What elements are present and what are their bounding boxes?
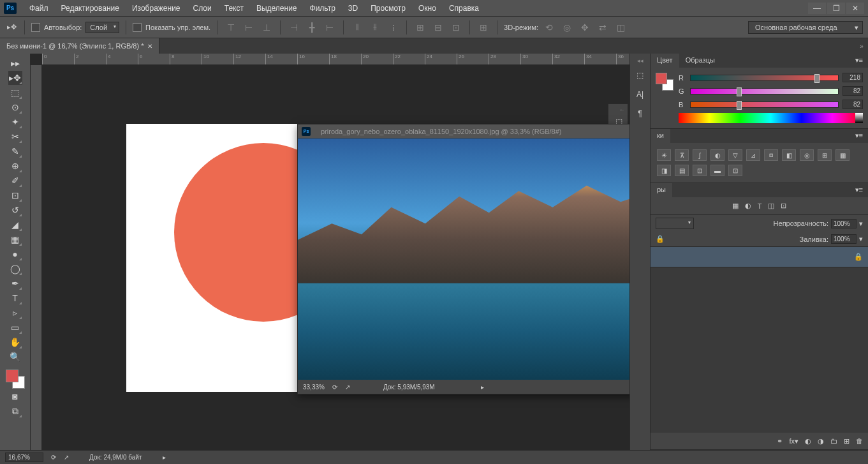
paragraph-panel-icon[interactable]: ¶ bbox=[633, 106, 648, 121]
color-swatches[interactable] bbox=[6, 370, 25, 389]
tab-close-icon[interactable]: ✕ bbox=[147, 43, 152, 50]
crop-tool[interactable]: ✂ bbox=[8, 130, 22, 144]
color-lookup-icon[interactable]: ▦ bbox=[835, 149, 850, 161]
layers-list[interactable]: 🔒 bbox=[651, 247, 868, 433]
3d-scale-icon[interactable]: ◫ bbox=[614, 20, 628, 34]
marquee-tool[interactable]: ⬚ bbox=[8, 86, 22, 100]
align-top-icon[interactable]: ⊤ bbox=[224, 20, 238, 34]
rotate-icon[interactable]: ⟳ bbox=[51, 454, 56, 461]
color-tab[interactable]: Цвет bbox=[651, 54, 679, 68]
pen-tool[interactable]: ✒ bbox=[8, 276, 22, 290]
menu-view[interactable]: Просмотр bbox=[364, 1, 412, 15]
type-tool[interactable]: T bbox=[8, 291, 22, 305]
3d-roll-icon[interactable]: ◎ bbox=[560, 20, 574, 34]
opacity-input[interactable]: 100% bbox=[831, 219, 857, 228]
3d-rotate-icon[interactable]: ⟲ bbox=[542, 20, 556, 34]
menu-layers[interactable]: Слои bbox=[187, 1, 218, 15]
eraser-tool[interactable]: ◢ bbox=[8, 218, 22, 232]
filter-pixel-icon[interactable]: ▦ bbox=[732, 202, 739, 210]
filter-adjust-icon[interactable]: ◐ bbox=[745, 202, 751, 210]
new-adjustment-icon[interactable]: ◑ bbox=[818, 437, 824, 445]
3d-pan-icon[interactable]: ✥ bbox=[578, 20, 592, 34]
share-icon[interactable]: ↗ bbox=[64, 454, 69, 461]
zoom-tool[interactable]: 🔍 bbox=[8, 350, 22, 364]
delete-layer-icon[interactable]: 🗑 bbox=[856, 437, 863, 445]
menu-3d[interactable]: 3D bbox=[342, 1, 364, 15]
clone-stamp-tool[interactable]: ⊡ bbox=[8, 188, 22, 202]
distribute-5-icon[interactable]: ⊟ bbox=[431, 20, 445, 34]
menu-image[interactable]: Изображение bbox=[126, 1, 187, 15]
adjustments-tab[interactable]: ки bbox=[651, 129, 670, 143]
floating-canvas[interactable] bbox=[298, 138, 629, 380]
distribute-3-icon[interactable]: ⫶ bbox=[386, 20, 400, 34]
collapse-icon[interactable]: ▸▸ bbox=[8, 56, 22, 70]
auto-align-icon[interactable]: ⊞ bbox=[476, 20, 490, 34]
invert-icon[interactable]: ◨ bbox=[657, 165, 671, 176]
exposure-icon[interactable]: ◐ bbox=[710, 149, 725, 161]
gradient-map-icon[interactable]: ▬ bbox=[710, 165, 725, 176]
r-value[interactable]: 218 bbox=[842, 73, 863, 82]
b-value[interactable]: 82 bbox=[842, 100, 863, 109]
hand-tool[interactable]: ✋ bbox=[8, 335, 22, 349]
healing-brush-tool[interactable]: ⊕ bbox=[8, 159, 22, 173]
play-icon[interactable]: ▸ bbox=[163, 454, 166, 461]
auto-select-checkbox[interactable] bbox=[31, 23, 40, 32]
zoom-field[interactable]: 16,67% bbox=[5, 453, 43, 462]
layer-mask-icon[interactable]: ◐ bbox=[805, 437, 811, 445]
channel-mixer-icon[interactable]: ⊞ bbox=[818, 149, 832, 161]
vibrance-icon[interactable]: ▽ bbox=[728, 149, 742, 161]
swatches-tab[interactable]: Образцы bbox=[679, 54, 721, 68]
lasso-tool[interactable]: ⊙ bbox=[8, 100, 22, 114]
layer-row[interactable]: 🔒 bbox=[651, 247, 868, 267]
restore-button[interactable]: ❐ bbox=[827, 3, 845, 14]
menu-text[interactable]: Текст bbox=[218, 1, 250, 15]
menu-file[interactable]: Файл bbox=[23, 1, 55, 15]
auto-select-dropdown[interactable]: Слой bbox=[85, 22, 119, 33]
align-vcenter-icon[interactable]: ⊢ bbox=[242, 20, 256, 34]
magic-wand-tool[interactable]: ✦ bbox=[8, 115, 22, 129]
close-button[interactable]: ✕ bbox=[846, 3, 864, 14]
align-bottom-icon[interactable]: ⊥ bbox=[260, 20, 274, 34]
rotate-view-icon[interactable]: ⟳ bbox=[332, 384, 337, 391]
filter-type-icon[interactable]: T bbox=[758, 202, 762, 210]
fill-input[interactable]: 100% bbox=[831, 234, 857, 244]
floating-titlebar[interactable]: Ps priroda_gory_nebo_ozero_oblaka_81150_… bbox=[298, 124, 629, 138]
quick-mask-tool[interactable]: ◙ bbox=[8, 389, 22, 403]
align-right-icon[interactable]: ⊢ bbox=[323, 20, 337, 34]
path-selection-tool[interactable]: ▹ bbox=[8, 306, 22, 320]
document-tab[interactable]: Без имени-1 @ 16,7% (Эллипс 1, RGB/8) * … bbox=[0, 38, 159, 54]
panel-menu-icon[interactable]: ▾≡ bbox=[850, 183, 868, 197]
link-layers-icon[interactable]: ⚭ bbox=[777, 437, 783, 445]
g-slider[interactable] bbox=[690, 88, 839, 94]
play-icon[interactable]: ▸ bbox=[481, 384, 484, 391]
dodge-tool[interactable]: ◯ bbox=[8, 262, 22, 276]
threshold-icon[interactable]: ⊡ bbox=[693, 165, 707, 176]
blend-mode-dropdown[interactable] bbox=[656, 218, 694, 229]
layer-fx-icon[interactable]: fx▾ bbox=[789, 437, 798, 445]
panel-menu-icon[interactable]: ▾≡ bbox=[850, 54, 868, 68]
3d-slide-icon[interactable]: ⇄ bbox=[596, 20, 610, 34]
distribute-4-icon[interactable]: ⊞ bbox=[413, 20, 427, 34]
canvas-area[interactable]: 024681012141618202224262830323436 ← ⬚ Ps… bbox=[31, 54, 629, 450]
posterize-icon[interactable]: ▤ bbox=[675, 165, 689, 176]
character-panel-icon[interactable]: A| bbox=[633, 87, 648, 102]
align-left-icon[interactable]: ⊣ bbox=[287, 20, 301, 34]
show-transform-checkbox[interactable] bbox=[133, 23, 142, 32]
tab-overflow-icon[interactable]: » bbox=[855, 38, 868, 54]
gradient-tool[interactable]: ▦ bbox=[8, 232, 22, 246]
filter-smart-icon[interactable]: ⊡ bbox=[781, 202, 786, 210]
filter-shape-icon[interactable]: ◫ bbox=[768, 202, 774, 210]
blur-tool[interactable]: ● bbox=[8, 247, 22, 261]
new-layer-icon[interactable]: ⊞ bbox=[844, 437, 850, 445]
menu-edit[interactable]: Редактирование bbox=[55, 1, 126, 15]
fill-arrow-icon[interactable]: ▾ bbox=[859, 235, 863, 243]
menu-window[interactable]: Окно bbox=[412, 1, 443, 15]
curves-icon[interactable]: ∫ bbox=[693, 149, 707, 161]
history-panel-icon[interactable]: ⬚ bbox=[633, 68, 648, 83]
shape-tool[interactable]: ▭ bbox=[8, 320, 22, 334]
distribute-v-icon[interactable]: ⫵ bbox=[368, 20, 382, 34]
menu-help[interactable]: Справка bbox=[443, 1, 485, 15]
color-balance-icon[interactable]: ⧈ bbox=[764, 149, 778, 161]
panel-menu-icon[interactable]: ▾≡ bbox=[850, 129, 868, 143]
share-icon[interactable]: ↗ bbox=[345, 384, 350, 391]
